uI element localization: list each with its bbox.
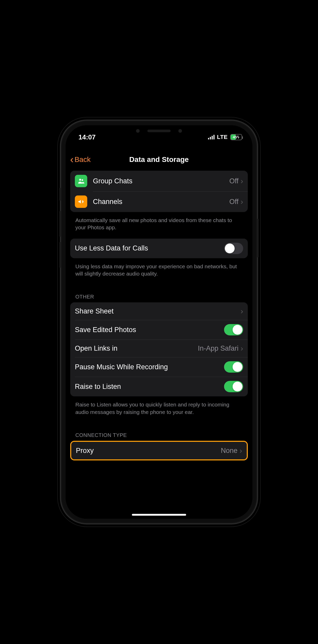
- chevron-right-icon: ›: [241, 177, 243, 185]
- row-label: Channels: [93, 198, 229, 206]
- volume-down-button: [59, 242, 61, 268]
- volume-up-button: [59, 211, 61, 237]
- megaphone-icon: [75, 195, 87, 208]
- svg-point-0: [79, 179, 81, 181]
- home-indicator[interactable]: [132, 514, 186, 516]
- section-header-other: OTHER: [70, 285, 248, 302]
- phone-frame: 14:07 LTE 45ϟ ‹ Back D: [61, 121, 257, 523]
- network-type: LTE: [217, 134, 228, 140]
- connection-group: Proxy None ›: [71, 442, 247, 459]
- chevron-right-icon: ›: [241, 344, 243, 353]
- mute-switch: [59, 188, 61, 201]
- status-time: 14:07: [78, 133, 96, 141]
- sensor-dot: [136, 129, 140, 133]
- calls-group: Use Less Data for Calls: [70, 239, 248, 258]
- chevron-right-icon: ›: [241, 307, 243, 316]
- earpiece-speaker: [147, 130, 171, 132]
- toggle-use-less-data[interactable]: [224, 243, 243, 254]
- row-label: Use Less Data for Calls: [75, 244, 224, 252]
- row-value: Off: [229, 177, 239, 185]
- row-open-links-in[interactable]: Open Links in In-App Safari ›: [70, 340, 248, 357]
- toggle-pause-music[interactable]: [224, 361, 243, 373]
- back-button[interactable]: ‹ Back: [70, 155, 91, 164]
- battery-indicator: 45ϟ: [230, 134, 242, 140]
- row-save-edited-photos[interactable]: Save Edited Photos: [70, 320, 248, 340]
- toggle-save-edited-photos[interactable]: [224, 324, 243, 335]
- chevron-right-icon: ›: [240, 446, 242, 455]
- row-pause-music-recording[interactable]: Pause Music While Recording: [70, 357, 248, 377]
- chevron-right-icon: ›: [241, 197, 243, 206]
- svg-point-1: [82, 179, 83, 181]
- group-icon: [75, 175, 87, 187]
- page-title: Data and Storage: [129, 155, 189, 164]
- row-share-sheet[interactable]: Share Sheet ›: [70, 302, 248, 320]
- row-label: Save Edited Photos: [75, 326, 224, 334]
- back-label: Back: [75, 155, 91, 164]
- row-label: Share Sheet: [75, 307, 241, 315]
- cellular-signal-icon: [208, 135, 214, 139]
- calls-footer: Using less data may improve your experie…: [70, 260, 248, 285]
- navigation-bar: ‹ Back Data and Storage: [66, 151, 252, 169]
- row-use-less-data[interactable]: Use Less Data for Calls: [70, 239, 248, 258]
- other-footer: Raise to Listen allows you to quickly li…: [70, 398, 248, 423]
- section-header-connection: CONNECTION TYPE: [70, 423, 248, 441]
- row-label: Raise to Listen: [75, 383, 224, 391]
- notch: [120, 125, 198, 137]
- row-proxy[interactable]: Proxy None ›: [71, 442, 247, 459]
- power-button: [257, 219, 259, 257]
- screen: 14:07 LTE 45ϟ ‹ Back D: [66, 125, 252, 519]
- chevron-left-icon: ‹: [70, 155, 74, 164]
- settings-content[interactable]: Group Chats Off › Channels Off › Automat…: [66, 169, 252, 460]
- front-camera: [178, 129, 182, 133]
- row-label: Proxy: [76, 447, 221, 455]
- autosave-group: Group Chats Off › Channels Off ›: [70, 171, 248, 212]
- row-label: Pause Music While Recording: [75, 363, 224, 371]
- row-label: Group Chats: [93, 177, 229, 185]
- toggle-raise-to-listen[interactable]: [224, 381, 243, 392]
- row-value: None: [221, 447, 237, 455]
- proxy-highlight: Proxy None ›: [70, 441, 248, 460]
- row-group-chats[interactable]: Group Chats Off ›: [70, 171, 248, 191]
- other-group: Share Sheet › Save Edited Photos Open Li…: [70, 302, 248, 396]
- row-label: Open Links in: [75, 344, 198, 352]
- autosave-footer: Automatically save all new photos and vi…: [70, 214, 248, 239]
- row-value: Off: [229, 198, 239, 206]
- row-channels[interactable]: Channels Off ›: [70, 191, 248, 212]
- row-value: In-App Safari: [198, 344, 239, 352]
- row-raise-to-listen[interactable]: Raise to Listen: [70, 377, 248, 396]
